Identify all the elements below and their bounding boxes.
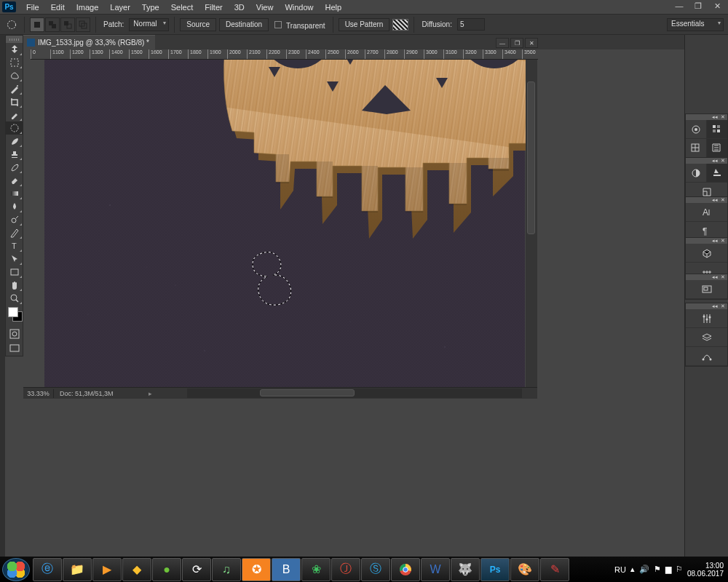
close-icon[interactable]: ✕ bbox=[721, 114, 725, 120]
taskbar-gimp[interactable]: 🐺 bbox=[451, 558, 480, 581]
close-icon[interactable]: ✕ bbox=[721, 238, 725, 244]
gradient-tool[interactable] bbox=[6, 187, 23, 200]
adjustments-icon[interactable] bbox=[686, 164, 706, 183]
taskbar-j[interactable]: Ⓙ bbox=[331, 558, 360, 581]
vertical-scrollbar[interactable] bbox=[526, 60, 537, 397]
taskbar-word[interactable]: W bbox=[421, 558, 450, 581]
styles-grid-icon[interactable] bbox=[686, 139, 706, 158]
eraser-tool[interactable] bbox=[6, 174, 23, 187]
menu-select[interactable]: Select bbox=[165, 1, 199, 13]
taskbar-icq[interactable]: ❀ bbox=[301, 558, 331, 581]
destination-button[interactable]: Destination bbox=[219, 18, 269, 31]
statusbar-expander[interactable]: ▸ bbox=[149, 390, 152, 397]
tray-language[interactable]: RU bbox=[614, 565, 626, 574]
doc-minimize-button[interactable]: — bbox=[496, 38, 509, 48]
patch-mode-dropdown[interactable]: Normal bbox=[129, 18, 169, 31]
quick-mask-button[interactable] bbox=[6, 327, 23, 341]
workspace-switcher[interactable]: Essentials bbox=[667, 18, 724, 31]
tray-action-icon[interactable]: ⚐ bbox=[676, 565, 683, 574]
foreground-color[interactable] bbox=[8, 307, 18, 317]
history-icon[interactable] bbox=[706, 139, 727, 158]
layers-icon[interactable] bbox=[686, 328, 727, 347]
hand-tool[interactable] bbox=[6, 279, 23, 292]
tray-clock[interactable]: 13:00 08.06.2017 bbox=[687, 562, 724, 578]
blur-tool[interactable] bbox=[6, 200, 23, 213]
panel-header[interactable]: ◂◂✕ bbox=[686, 197, 727, 203]
screen-mode-button[interactable] bbox=[6, 341, 23, 356]
panel-collapse-icon[interactable]: ◂◂ bbox=[712, 114, 718, 120]
tray-expand-icon[interactable]: ▴ bbox=[630, 565, 635, 574]
selmode-new[interactable] bbox=[30, 17, 44, 32]
3d-icon[interactable] bbox=[686, 244, 727, 263]
app-close-button[interactable]: ✕ bbox=[711, 1, 724, 11]
vertical-scrollbar-thumb[interactable] bbox=[527, 81, 535, 234]
panel-collapse-icon[interactable]: ◂◂ bbox=[712, 274, 718, 280]
selmode-add[interactable] bbox=[45, 17, 60, 32]
pattern-swatch[interactable] bbox=[392, 19, 408, 31]
channels-icon[interactable] bbox=[686, 309, 727, 328]
taskbar-refresh[interactable]: ⟳ bbox=[182, 558, 211, 581]
start-button[interactable] bbox=[2, 558, 30, 581]
menu-type[interactable]: Type bbox=[136, 1, 165, 13]
use-pattern-button[interactable]: Use Pattern bbox=[339, 18, 390, 31]
clone-stamp-tool[interactable] bbox=[6, 148, 23, 161]
type-tool[interactable]: T bbox=[6, 239, 23, 252]
patch-tool[interactable] bbox=[6, 121, 23, 135]
history-brush-tool[interactable] bbox=[6, 161, 23, 174]
menu-help[interactable]: Help bbox=[320, 1, 348, 13]
panel-header[interactable]: ◂◂✕ bbox=[686, 238, 727, 244]
menu-layer[interactable]: Layer bbox=[104, 1, 136, 13]
transparent-checkbox[interactable] bbox=[274, 21, 282, 28]
horizontal-scrollbar[interactable] bbox=[187, 388, 522, 398]
diffusion-input[interactable] bbox=[457, 18, 485, 31]
pen-tool[interactable] bbox=[6, 226, 23, 239]
taskbar-wmp[interactable]: ▶ bbox=[92, 558, 122, 581]
taskbar-photoshop[interactable]: Ps bbox=[480, 558, 510, 581]
selmode-subtract[interactable] bbox=[60, 17, 75, 32]
doc-restore-button[interactable]: ❐ bbox=[510, 38, 523, 48]
panel-collapse-icon[interactable]: ◂◂ bbox=[712, 238, 718, 244]
crop-tool[interactable] bbox=[6, 95, 23, 108]
menu-window[interactable]: Window bbox=[279, 1, 319, 13]
brushpreset-icon[interactable] bbox=[706, 164, 727, 183]
taskbar-chrome[interactable] bbox=[391, 558, 420, 581]
document-info[interactable]: Doc: 51,3M/51,3M bbox=[54, 389, 119, 398]
canvas[interactable] bbox=[44, 60, 525, 387]
doc-close-button[interactable]: ✕ bbox=[525, 38, 538, 48]
marquee-tool[interactable] bbox=[6, 56, 23, 69]
zoom-tool[interactable] bbox=[6, 292, 23, 305]
taskbar-amigo[interactable]: ● bbox=[152, 558, 181, 581]
character-icon[interactable]: A bbox=[686, 203, 727, 222]
taskbar-aimp[interactable]: ◆ bbox=[122, 558, 151, 581]
close-icon[interactable]: ✕ bbox=[721, 158, 725, 164]
eyedropper-tool[interactable] bbox=[6, 108, 23, 121]
panel-collapse-icon[interactable]: ◂◂ bbox=[712, 197, 718, 203]
menu-file[interactable]: File bbox=[20, 1, 45, 13]
menu-image[interactable]: Image bbox=[71, 1, 105, 13]
taskbar-paint[interactable]: 🎨 bbox=[510, 558, 539, 581]
taskbar-ie[interactable]: ⓔ bbox=[33, 558, 62, 581]
panel-header[interactable]: ◂◂✕ bbox=[686, 274, 727, 280]
menu-filter[interactable]: Filter bbox=[199, 1, 228, 13]
brush-tool[interactable] bbox=[6, 135, 23, 148]
close-icon[interactable]: ✕ bbox=[721, 303, 725, 309]
navigator-icon[interactable] bbox=[686, 280, 727, 299]
panel-header[interactable]: ◂◂✕ bbox=[686, 114, 727, 120]
app-restore-button[interactable]: ❐ bbox=[692, 1, 705, 11]
toolbox-grip[interactable] bbox=[6, 36, 23, 43]
taskbar-ok[interactable]: ✪ bbox=[242, 558, 271, 581]
transparent-wrapper[interactable]: Transparent bbox=[274, 18, 328, 31]
close-icon[interactable]: ✕ bbox=[721, 274, 725, 280]
tray-network-icon[interactable]: ▆ bbox=[665, 565, 671, 574]
menu-view[interactable]: View bbox=[250, 1, 280, 13]
paths-icon[interactable] bbox=[686, 347, 727, 366]
taskbar-vk[interactable]: B bbox=[272, 558, 301, 581]
taskbar-skype[interactable]: Ⓢ bbox=[361, 558, 390, 581]
taskbar-explorer[interactable]: 📁 bbox=[63, 558, 92, 581]
taskbar-editor[interactable]: ✎ bbox=[540, 558, 569, 581]
lasso-tool[interactable] bbox=[6, 69, 23, 82]
panel-collapse-icon[interactable]: ◂◂ bbox=[712, 303, 718, 309]
source-button[interactable]: Source bbox=[180, 18, 216, 31]
menu-3d[interactable]: 3D bbox=[229, 1, 250, 13]
taskbar-music[interactable]: ♫ bbox=[212, 558, 241, 581]
